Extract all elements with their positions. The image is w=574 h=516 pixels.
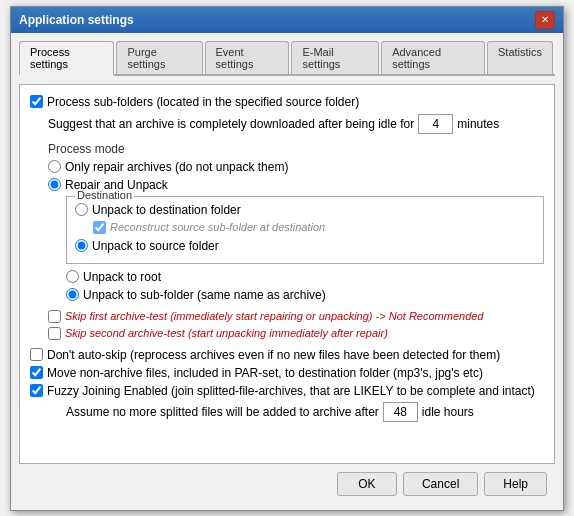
skip-first-checkbox[interactable] (48, 310, 61, 323)
dont-autoskip-label[interactable]: Don't auto-skip (reprocess archives even… (47, 348, 500, 362)
unpack-source-label[interactable]: Unpack to source folder (92, 239, 219, 253)
close-button[interactable]: ✕ (535, 11, 555, 29)
fuzzy-join-row: Fuzzy Joining Enabled (join splitted-fil… (30, 384, 544, 398)
fuzzy-join-label[interactable]: Fuzzy Joining Enabled (join splitted-fil… (47, 384, 535, 398)
cancel-button[interactable]: Cancel (403, 472, 478, 496)
window-title: Application settings (19, 13, 134, 27)
only-repair-row: Only repair archives (do not unpack them… (48, 160, 544, 174)
unpack-source-row: Unpack to source folder (75, 239, 535, 253)
tab-process-settings[interactable]: Process settings (19, 41, 114, 76)
fuzzy-join-checkbox[interactable] (30, 384, 43, 397)
unpack-root-label[interactable]: Unpack to root (83, 270, 161, 284)
tab-email-settings[interactable]: E-Mail settings (291, 41, 379, 74)
idle-minutes-input[interactable] (418, 114, 453, 134)
idle-minutes-row: Suggest that an archive is completely do… (48, 114, 544, 134)
tab-purge-settings[interactable]: Purge settings (116, 41, 202, 74)
move-nonarchive-checkbox[interactable] (30, 366, 43, 379)
dont-autoskip-checkbox[interactable] (30, 348, 43, 361)
tab-bar: Process settings Purge settings Event se… (19, 41, 555, 76)
reconstruct-row: Reconstruct source sub-folder at destina… (93, 221, 535, 234)
ok-button[interactable]: OK (337, 472, 397, 496)
bottom-buttons: OK Cancel Help (19, 464, 555, 502)
reconstruct-checkbox[interactable] (93, 221, 106, 234)
assume-prefix-label: Assume no more splitted files will be ad… (66, 405, 379, 419)
idle-prefix-label: Suggest that an archive is completely do… (48, 117, 414, 131)
title-bar-controls: ✕ (535, 11, 555, 29)
title-bar: Application settings ✕ (11, 7, 563, 33)
unpack-subfolder-label[interactable]: Unpack to sub-folder (same name as archi… (83, 288, 326, 302)
repair-unpack-radio[interactable] (48, 178, 61, 191)
destination-group-title: Destination (75, 189, 134, 201)
unpack-root-radio[interactable] (66, 270, 79, 283)
skip-second-checkbox[interactable] (48, 327, 61, 340)
process-mode-label: Process mode (48, 142, 544, 156)
tab-event-settings[interactable]: Event settings (205, 41, 290, 74)
move-nonarchive-row: Move non-archive files, included in PAR-… (30, 366, 544, 380)
skip-first-label[interactable]: Skip first archive-test (immediately sta… (65, 310, 484, 322)
skip-second-row: Skip second archive-test (start unpackin… (48, 327, 544, 340)
skip-first-row: Skip first archive-test (immediately sta… (48, 310, 544, 323)
dont-autoskip-row: Don't auto-skip (reprocess archives even… (30, 348, 544, 362)
idle-suffix-label: minutes (457, 117, 499, 131)
main-panel: Process sub-folders (located in the spec… (19, 84, 555, 464)
skip-first-arrow: -> Not Recommended (376, 310, 484, 322)
process-subfolders-row: Process sub-folders (located in the spec… (30, 95, 544, 109)
unpack-destination-row: Unpack to destination folder (75, 203, 535, 217)
window-content: Process settings Purge settings Event se… (11, 33, 563, 510)
application-window: Application settings ✕ Process settings … (10, 6, 564, 511)
skip-second-label[interactable]: Skip second archive-test (start unpackin… (65, 327, 388, 339)
process-subfolders-label[interactable]: Process sub-folders (located in the spec… (47, 95, 359, 109)
process-subfolders-checkbox[interactable] (30, 95, 43, 108)
unpack-destination-label[interactable]: Unpack to destination folder (92, 203, 241, 217)
move-nonarchive-label[interactable]: Move non-archive files, included in PAR-… (47, 366, 483, 380)
idle-hours-input[interactable] (383, 402, 418, 422)
idle-hours-row: Assume no more splitted files will be ad… (66, 402, 544, 422)
destination-group: Destination Unpack to destination folder… (66, 196, 544, 264)
tab-statistics[interactable]: Statistics (487, 41, 553, 74)
help-button[interactable]: Help (484, 472, 547, 496)
only-repair-label[interactable]: Only repair archives (do not unpack them… (65, 160, 288, 174)
reconstruct-label[interactable]: Reconstruct source sub-folder at destina… (110, 221, 325, 233)
unpack-subfolder-row: Unpack to sub-folder (same name as archi… (66, 288, 544, 302)
tab-advanced-settings[interactable]: Advanced settings (381, 41, 485, 74)
only-repair-radio[interactable] (48, 160, 61, 173)
unpack-destination-radio[interactable] (75, 203, 88, 216)
unpack-root-row: Unpack to root (66, 270, 544, 284)
idle-hours-suffix-label: idle hours (422, 405, 474, 419)
unpack-source-radio[interactable] (75, 239, 88, 252)
unpack-subfolder-radio[interactable] (66, 288, 79, 301)
